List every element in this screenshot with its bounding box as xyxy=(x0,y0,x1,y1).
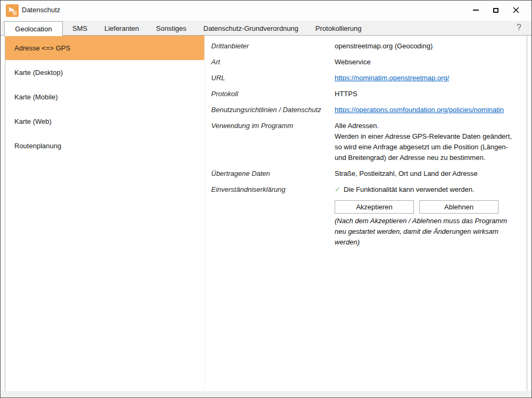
minimize-icon xyxy=(473,10,479,11)
nominatim-link[interactable]: https://nominatim.openstreetmap.org/ xyxy=(335,73,527,83)
field-value: Straße, Postleitzahl, Ort und Land der A… xyxy=(335,168,527,179)
tab-protokollierung[interactable]: Protokollierung xyxy=(307,21,370,36)
close-button[interactable] xyxy=(508,3,524,17)
sidebar-item-karte-desktop[interactable]: Karte (Desktop) xyxy=(5,60,204,84)
field-value: Alle Adressen. Werden in einer Adresse G… xyxy=(335,121,527,163)
field-row-protokoll: Protokoll HTTPS xyxy=(211,89,527,99)
app-logo-icon xyxy=(6,4,19,17)
field-label: Einverständniserklärung xyxy=(211,184,335,195)
accept-button[interactable]: Akzeptieren xyxy=(335,200,414,214)
field-row-art: Art Webservice xyxy=(211,57,527,67)
consent-status: ✓Die Funktionalität kann verwendet werde… xyxy=(335,184,527,195)
title-bar: Datenschutz xyxy=(1,1,531,21)
field-label: Protokoll xyxy=(211,89,335,99)
field-row-einverstaendnis: Einverständniserklärung ✓Die Funktionali… xyxy=(211,184,527,195)
datenschutz-window: Datenschutz Geolocation SMS Lieferanten … xyxy=(0,0,532,398)
field-label: URL xyxy=(211,73,335,83)
tab-lieferanten[interactable]: Lieferanten xyxy=(96,21,147,36)
field-value: https://nominatim.openstreetmap.org/ xyxy=(335,73,527,83)
field-label: Übertragene Daten xyxy=(211,168,335,179)
field-row-verwendung: Verwendung im Programm Alle Adressen. We… xyxy=(211,121,527,163)
field-label: Benutzungsrichtlinien / Datenschutz xyxy=(211,105,335,115)
field-label: Drittanbieter xyxy=(211,41,335,52)
sidebar-item-routenplanung[interactable]: Routenplanung xyxy=(5,133,204,158)
sidebar-item-karte-web[interactable]: Karte (Web) xyxy=(5,109,204,133)
tab-group: SMS Lieferanten Sonstiges Datenschutz-Gr… xyxy=(64,21,370,36)
minimize-button[interactable] xyxy=(468,3,484,17)
checkmark-icon: ✓ xyxy=(335,185,340,193)
help-icon[interactable]: ? xyxy=(517,23,521,32)
tab-geolocation[interactable]: Geolocation xyxy=(4,21,63,36)
decline-button[interactable]: Ablehnen xyxy=(419,200,498,214)
field-row-url: URL https://nominatim.openstreetmap.org/ xyxy=(211,73,527,83)
tab-sonstiges[interactable]: Sonstiges xyxy=(147,21,195,36)
detail-panel: Drittanbieter openstreetmap.org (Geocodi… xyxy=(205,36,527,392)
close-icon xyxy=(513,7,519,13)
sidebar-item-adresse-gps[interactable]: Adresse <=> GPS xyxy=(5,36,204,60)
tab-datenschutz-grundverordnung[interactable]: Datenschutz-Grundverordnung xyxy=(195,21,307,36)
consent-status-text: Die Funktionalität kann verwendet werden… xyxy=(344,185,475,193)
window-footer xyxy=(1,391,531,397)
tab-bar: Geolocation SMS Lieferanten Sonstiges Da… xyxy=(1,21,531,36)
field-value: https://operations.osmfoundation.org/pol… xyxy=(335,105,527,115)
sidebar: Adresse <=> GPS Karte (Desktop) Karte (M… xyxy=(5,36,205,392)
osmfoundation-policy-link[interactable]: https://operations.osmfoundation.org/pol… xyxy=(335,105,527,115)
field-value: Webservice xyxy=(335,57,527,67)
field-row-benutzungsrichtlinien: Benutzungsrichtlinien / Datenschutz http… xyxy=(211,105,527,115)
window-title: Datenschutz xyxy=(22,6,60,14)
field-row-uebertragene-daten: Übertragene Daten Straße, Postleitzahl, … xyxy=(211,168,527,179)
window-controls xyxy=(468,3,524,17)
tab-content: Adresse <=> GPS Karte (Desktop) Karte (M… xyxy=(5,36,527,392)
field-label: Art xyxy=(211,57,335,67)
field-row-drittanbieter: Drittanbieter openstreetmap.org (Geocodi… xyxy=(211,41,527,52)
sidebar-item-karte-mobile[interactable]: Karte (Mobile) xyxy=(5,84,204,109)
maximize-icon xyxy=(493,8,498,13)
field-label: Verwendung im Programm xyxy=(211,121,335,163)
field-value: openstreetmap.org (Geocoding) xyxy=(335,41,527,52)
field-value: HTTPS xyxy=(335,89,527,99)
restart-note: (Nach dem Akzeptieren / Ablehnen muss da… xyxy=(335,216,527,248)
maximize-button[interactable] xyxy=(488,3,504,17)
consent-buttons: Akzeptieren Ablehnen xyxy=(335,200,527,214)
tab-sms[interactable]: SMS xyxy=(64,21,96,36)
